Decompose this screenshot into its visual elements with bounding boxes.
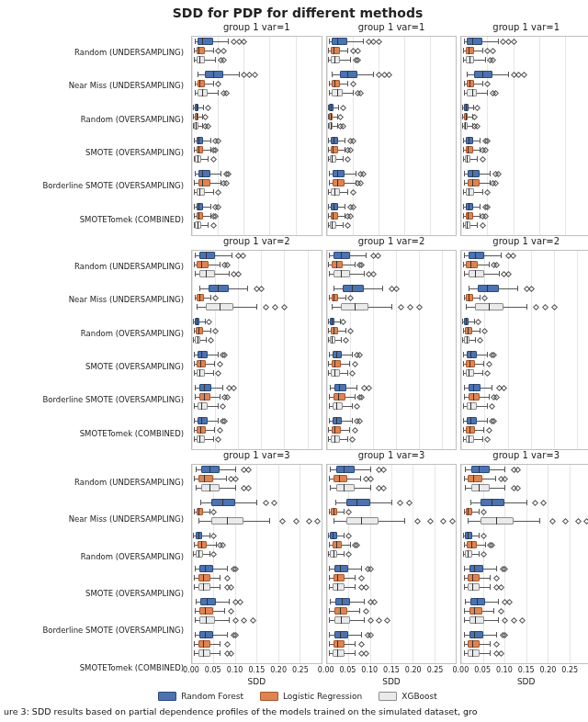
subplot-title: group 1 var=2 — [460, 236, 588, 246]
box-lr — [334, 393, 345, 400]
box-lr — [197, 508, 203, 515]
legend: Random Forest Logistic Regression XGBoos… — [4, 692, 588, 701]
box-rf — [334, 252, 350, 259]
box-xgb — [469, 616, 484, 624]
box-xgb — [195, 221, 201, 229]
subplot-title: group 1 var=2 — [326, 236, 458, 246]
box-lr — [465, 327, 472, 334]
plot-area — [460, 464, 588, 664]
plot-area — [326, 464, 458, 664]
subplot-title: group 1 var=3 — [460, 450, 588, 460]
box-rf — [469, 565, 483, 572]
box-rf — [335, 598, 350, 605]
x-ticks: 0.000.050.100.150.200.25 — [326, 666, 458, 677]
box-rf — [468, 170, 480, 177]
box-rf — [332, 38, 347, 45]
method-label: SMOTETomek (COMBINED) — [4, 203, 187, 236]
box-rf — [469, 252, 485, 259]
x-label: SDD — [460, 677, 588, 686]
box-lr — [333, 179, 345, 186]
box-rf — [333, 351, 343, 358]
box-rf — [334, 384, 346, 391]
box-rf — [201, 466, 220, 473]
box-lr — [331, 212, 338, 220]
subplot — [191, 250, 322, 450]
method-label: Near Miss (UNDERSAMPLING) — [4, 69, 187, 102]
box-rf — [331, 137, 338, 144]
box-rf — [334, 565, 348, 572]
box-lr — [468, 574, 480, 581]
method-label: SMOTETomek (COMBINED) — [4, 651, 187, 684]
box-lr — [466, 508, 472, 515]
box-rf — [470, 598, 485, 605]
subplot — [460, 36, 588, 236]
box-rf — [466, 203, 473, 210]
plot-area — [460, 250, 588, 450]
box-xgb — [333, 649, 345, 657]
box-rf — [466, 137, 473, 144]
x-label: SDD — [326, 677, 458, 686]
box-rf — [211, 499, 235, 506]
swatch-rf — [158, 692, 176, 701]
box-xgb — [481, 517, 513, 525]
box-rf — [198, 351, 208, 358]
box-lr — [334, 607, 347, 615]
box-rf — [333, 417, 343, 424]
plot-area — [191, 36, 322, 236]
box-xgb — [466, 369, 475, 377]
subplot — [191, 36, 322, 236]
box-lr — [197, 212, 204, 220]
box-xgb — [198, 649, 210, 657]
box-lr — [334, 640, 345, 648]
method-labels: Random (UNDERSAMPLING)Near Miss (UNDERSA… — [4, 250, 187, 450]
box-xgb — [466, 435, 475, 443]
box-xgb — [331, 188, 340, 196]
box-rf — [474, 71, 492, 78]
legend-label: Random Forest — [181, 692, 243, 701]
swatch-lr — [260, 692, 278, 701]
box-lr — [197, 426, 206, 434]
method-labels: Random (UNDERSAMPLING)Near Miss (UNDERSA… — [4, 36, 187, 236]
box-lr — [466, 47, 475, 54]
box-rf — [198, 38, 213, 45]
x-label: SDD — [191, 677, 322, 686]
box-lr — [198, 179, 210, 186]
box-xgb — [468, 583, 480, 591]
box-rf — [197, 137, 204, 144]
box-rf — [198, 417, 208, 424]
box-rf — [209, 285, 230, 292]
box-lr — [331, 47, 340, 54]
box-xgb — [199, 616, 214, 624]
box-xgb — [201, 484, 220, 491]
box-xgb — [346, 517, 379, 525]
box-lr — [331, 508, 337, 515]
box-lr — [198, 640, 210, 648]
swatch-xgb — [379, 692, 397, 701]
plot-area — [191, 464, 322, 664]
box-lr — [469, 607, 482, 615]
box-xgb — [336, 484, 355, 491]
box-lr — [331, 146, 338, 153]
subplot-title: group 1 var=1 — [191, 22, 322, 32]
box-lr — [332, 360, 341, 367]
box-xgb — [469, 270, 485, 277]
box-lr — [198, 574, 210, 581]
box-xgb — [331, 435, 340, 443]
box-lr — [196, 327, 203, 334]
method-label: SMOTETomek (COMBINED) — [4, 417, 187, 450]
box-xgb — [465, 155, 471, 163]
legend-label: XGBoost — [401, 692, 437, 701]
box-rf — [333, 170, 345, 177]
box-lr — [332, 261, 344, 268]
plot-area — [460, 36, 588, 236]
method-label: Random (UNDERSAMPLING) — [4, 466, 187, 499]
subplot-title: group 1 var=1 — [326, 22, 458, 32]
box-xgb — [197, 369, 206, 377]
box-lr — [466, 212, 473, 220]
box-xgb — [330, 221, 336, 229]
box-lr — [468, 179, 480, 186]
box-rf — [467, 38, 482, 45]
box-rf — [334, 631, 348, 638]
subplot-title: group 1 var=2 — [191, 236, 322, 246]
box-lr — [466, 426, 475, 434]
